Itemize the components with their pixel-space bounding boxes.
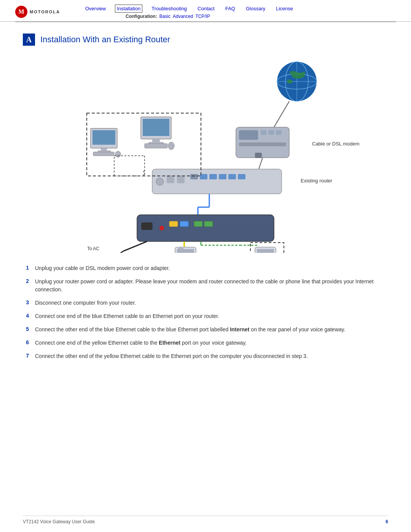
svg-rect-50	[180, 221, 188, 227]
svg-point-38	[115, 151, 121, 157]
step-number-4: 4	[23, 313, 29, 319]
svg-rect-47	[137, 215, 274, 241]
footer-page: 6	[386, 519, 388, 524]
step-number-7: 7	[23, 353, 29, 359]
svg-rect-29	[152, 139, 160, 142]
svg-rect-25	[238, 174, 245, 179]
svg-rect-51	[194, 221, 202, 227]
step-text-6: Connect one end of the yellow Ethernet c…	[35, 339, 388, 347]
step-text-4: Connect one end of the blue Ethernet cab…	[35, 312, 388, 320]
step-3: 3 Disconnect one computer from your rout…	[23, 299, 388, 307]
step-1: 1 Unplug your cable or DSL modem power c…	[23, 264, 388, 272]
page-title: Installation With an Existing Router	[40, 35, 170, 45]
existing-router-label: Existing router	[301, 178, 333, 184]
step-2: 2 Unplug your router power cord or adapt…	[23, 278, 388, 294]
step-number-5: 5	[23, 326, 29, 332]
nav-basic[interactable]: Basic	[159, 14, 170, 19]
main-content: A Installation With an Existing Router I…	[0, 22, 411, 381]
step-number-3: 3	[23, 299, 29, 305]
svg-rect-68	[177, 249, 194, 253]
svg-rect-35	[101, 148, 107, 150]
nav-top-row: Overview Installation Troubleshooting Co…	[84, 5, 396, 13]
nav-glossary[interactable]: Glossary	[244, 5, 267, 12]
motorola-wordmark: MOTOROLA	[30, 10, 60, 14]
svg-rect-52	[204, 221, 213, 227]
step-7: 7 Connect the other end of the yellow Et…	[23, 352, 388, 360]
svg-rect-28	[143, 119, 169, 136]
step-number-6: 6	[23, 339, 29, 345]
header: M MOTOROLA Overview Installation Trouble…	[0, 0, 411, 22]
nav-license[interactable]: License	[274, 5, 295, 12]
svg-rect-24	[228, 174, 236, 179]
navigation: Overview Installation Troubleshooting Co…	[84, 5, 396, 19]
svg-text:To AC: To AC	[87, 246, 99, 251]
nav-installation[interactable]: Installation	[115, 5, 142, 13]
step-text-5: Connect the other end of the blue Ethern…	[35, 326, 388, 334]
configuration-label: Configuration:	[126, 14, 157, 19]
step-number-2: 2	[23, 278, 29, 284]
svg-rect-11	[268, 130, 274, 135]
svg-text:Internet: Internet	[287, 104, 307, 110]
svg-rect-19	[177, 176, 185, 183]
step-6: 6 Connect one end of the yellow Ethernet…	[23, 339, 388, 347]
nav-contact[interactable]: Contact	[196, 5, 216, 12]
motorola-m: M	[18, 8, 24, 15]
nav-faq[interactable]: FAQ	[224, 5, 237, 12]
title-badge: A	[23, 34, 35, 46]
step-number-1: 1	[23, 265, 29, 271]
svg-point-48	[159, 226, 164, 230]
steps-list: 1 Unplug your cable or DSL modem power c…	[23, 264, 388, 360]
svg-rect-30	[148, 142, 164, 144]
nav-troubleshooting[interactable]: Troubleshooting	[150, 5, 188, 12]
step-4: 4 Connect one end of the blue Ethernet c…	[23, 312, 388, 320]
svg-rect-34	[92, 130, 115, 145]
svg-rect-37	[93, 152, 114, 156]
cable-modem-label: Cable or DSL modem	[312, 141, 360, 147]
svg-rect-20	[190, 174, 198, 179]
svg-rect-31	[145, 144, 167, 148]
network-diagram: Internet Cable or DSL modem	[23, 55, 388, 253]
svg-rect-12	[276, 130, 282, 135]
footer: VT2142 Voice Gateway User Guide 6	[23, 516, 388, 524]
step-text-7: Connect the other end of the yellow Ethe…	[35, 352, 388, 360]
page-title-area: A Installation With an Existing Router	[23, 34, 388, 46]
svg-line-7	[274, 101, 289, 127]
svg-rect-75	[257, 249, 274, 253]
motorola-logo: M MOTOROLA	[15, 6, 60, 18]
nav-advanced[interactable]: Advanced	[173, 14, 193, 19]
step-text-1: Unplug your cable or DSL modem power cor…	[35, 264, 388, 272]
svg-rect-36	[98, 150, 111, 152]
motorola-circle-icon: M	[15, 6, 27, 18]
nav-tcpip[interactable]: TCP/IP	[195, 14, 210, 19]
svg-rect-10	[261, 130, 266, 135]
svg-point-32	[168, 142, 174, 150]
svg-rect-53	[142, 223, 152, 230]
svg-rect-13	[239, 142, 286, 146]
svg-rect-9	[239, 130, 258, 140]
step-text-2: Unplug your router power cord or adapter…	[35, 278, 388, 294]
logo-area: M MOTOROLA	[15, 6, 76, 18]
svg-rect-22	[209, 174, 217, 179]
step-text-3: Disconnect one computer from your router…	[35, 299, 388, 307]
svg-rect-49	[169, 221, 178, 227]
svg-text:power: power	[87, 251, 100, 253]
svg-line-15	[259, 158, 263, 169]
diagram-svg: Internet Cable or DSL modem	[23, 55, 388, 253]
svg-rect-18	[167, 176, 174, 183]
svg-point-17	[156, 178, 164, 185]
step-5: 5 Connect the other end of the blue Ethe…	[23, 326, 388, 334]
svg-rect-14	[255, 153, 262, 158]
nav-overview[interactable]: Overview	[84, 5, 107, 12]
footer-left: VT2142 Voice Gateway User Guide	[23, 519, 95, 524]
svg-rect-23	[219, 174, 226, 179]
nav-sub-row: Configuration: Basic Advanced TCP/IP	[126, 14, 396, 19]
